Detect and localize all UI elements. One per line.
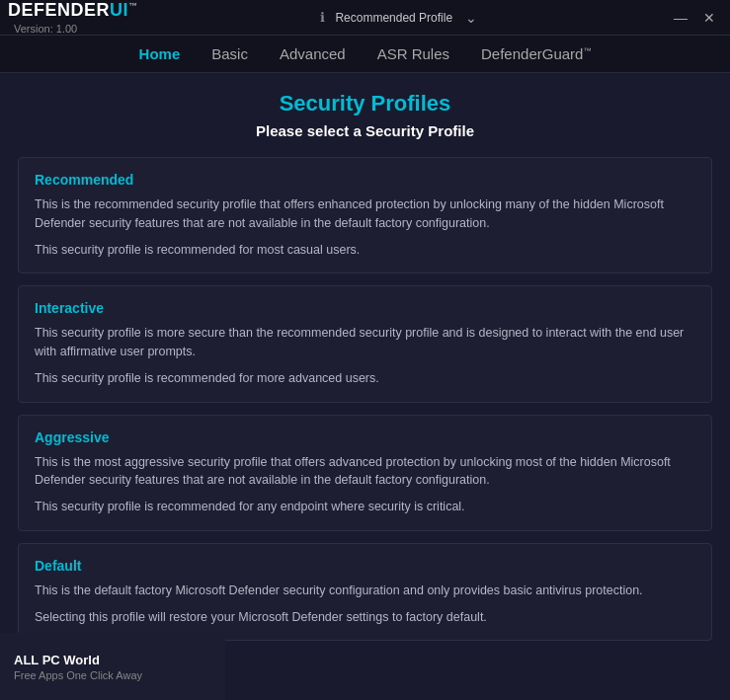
app-tm: ™ [128, 1, 138, 11]
profile-card-default[interactable]: DefaultThis is the default factory Micro… [18, 543, 712, 642]
profile-desc2: Selecting this profile will restore your… [35, 608, 695, 627]
app-version: Version: 1.00 [14, 23, 138, 35]
profile-name: Aggressive [35, 429, 695, 445]
nav-defender-guard[interactable]: DefenderGuard™ [469, 41, 603, 66]
app-branding: DEFENDERUI™ Version: 1.00 [8, 0, 138, 35]
recommended-profile-label: Recommended Profile [335, 11, 452, 25]
profile-desc1: This security profile is more secure tha… [35, 324, 695, 361]
profile-name: Interactive [35, 300, 695, 316]
profiles-container: RecommendedThis is the recommended secur… [18, 157, 712, 641]
info-icon[interactable]: ℹ [320, 10, 325, 25]
app-name: DEFENDERUI™ [8, 0, 138, 20]
profile-desc2: This security profile is recommended for… [35, 241, 695, 260]
app-name-ui: UI [110, 0, 128, 20]
profile-card-interactive[interactable]: InteractiveThis security profile is more… [18, 285, 712, 402]
title-bar: DEFENDERUI™ Version: 1.00 ℹ Recommended … [0, 0, 730, 36]
page-subtitle: Please select a Security Profile [18, 122, 712, 139]
window-controls: — ✕ [667, 9, 722, 27]
profile-desc2: This security profile is recommended for… [35, 498, 695, 516]
nav-bar: Home Basic Advanced ASR Rules DefenderGu… [0, 36, 730, 73]
close-button[interactable]: ✕ [696, 9, 722, 27]
profile-name: Recommended [35, 172, 695, 188]
watermark: ALL PC World Free Apps One Click Away [0, 633, 225, 700]
app-name-defender: DEFENDER [8, 0, 110, 20]
profile-name: Default [35, 558, 695, 574]
profile-desc1: This is the default factory Microsoft De… [35, 582, 695, 600]
profile-card-recommended[interactable]: RecommendedThis is the recommended secur… [18, 157, 712, 273]
profile-desc2: This security profile is recommended for… [35, 369, 695, 388]
page-title: Security Profiles [18, 91, 712, 117]
main-content: Security Profiles Please select a Securi… [0, 73, 730, 694]
nav-asr-rules[interactable]: ASR Rules [365, 41, 461, 66]
watermark-sub: Free Apps One Click Away [14, 669, 211, 681]
profile-desc1: This is the recommended security profile… [35, 195, 695, 233]
nav-basic[interactable]: Basic [200, 41, 260, 66]
watermark-title: ALL PC World [14, 653, 211, 667]
title-center-info: ℹ Recommended Profile ⌄ [320, 9, 484, 27]
profile-desc1: This is the most aggressive security pro… [35, 453, 695, 491]
nav-home[interactable]: Home [127, 41, 193, 66]
minimize-button[interactable]: — [667, 9, 694, 27]
profile-dropdown-button[interactable]: ⌄ [458, 9, 484, 27]
profile-card-aggressive[interactable]: AggressiveThis is the most aggressive se… [18, 415, 712, 531]
nav-advanced[interactable]: Advanced [268, 41, 358, 66]
